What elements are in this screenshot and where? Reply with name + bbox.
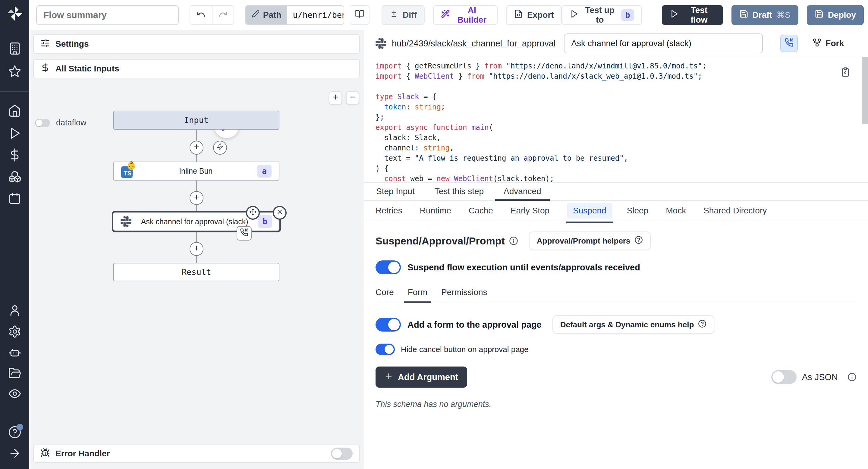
path-control[interactable]: Path u/henri/ben [245,5,344,25]
code-scrollbar-thumb[interactable] [862,57,868,124]
expand-rail-arrow-icon[interactable] [8,447,22,460]
bun-emoji-icon: 👶 [127,162,136,169]
file-export-icon [514,9,523,21]
plus-icon [193,244,200,254]
approval-prompt-helpers-label: Approval/Prompt helpers [537,236,630,246]
schedules-calendar-icon[interactable] [8,192,22,205]
folders-icon[interactable] [8,367,22,380]
insert-step-button[interactable] [190,191,204,205]
flow-settings-label: Settings [56,39,89,49]
help-icon[interactable] [8,426,22,439]
tab-runtime[interactable]: Runtime [420,206,451,216]
redo-button[interactable] [212,6,234,24]
variables-dollar-icon[interactable] [8,148,22,162]
workspace-icon[interactable] [8,42,22,55]
export-button[interactable]: Export [506,5,562,25]
as-json-toggle[interactable] [771,370,797,384]
plus-icon [193,143,200,153]
code-editor[interactable]: import { getResumeUrls } from "https://d… [364,57,868,182]
flow-summary-input[interactable] [36,5,179,25]
hide-cancel-label: Hide cancel button on approval page [401,345,529,354]
step-title-input[interactable] [564,33,763,53]
error-handler-toggle[interactable] [331,447,352,460]
all-static-inputs-row[interactable]: All Static Inputs [33,59,360,79]
flow-node-inline-bun[interactable]: TS👶 Inline Bun a [113,162,279,181]
copy-code-button[interactable] [840,67,850,79]
info-icon[interactable] [509,236,518,245]
default-args-help-button[interactable]: Default args & Dynamic enums help [553,315,715,334]
tab-early-stop[interactable]: Early Stop [510,206,550,216]
step-id-badge-a: a [257,165,272,178]
diff-button[interactable]: Diff [381,5,425,25]
undo-button[interactable] [190,6,212,24]
add-argument-button[interactable]: Add Argument [375,367,467,387]
test-up-to-button[interactable]: Test up tob [562,5,642,25]
runs-play-icon[interactable] [8,127,22,140]
tab-cache[interactable]: Cache [469,206,493,216]
ai-builder-button[interactable]: AI Builder [433,5,498,25]
tab-mock[interactable]: Mock [666,206,686,216]
save-icon [815,9,824,21]
test-flow-button[interactable]: Test flow [662,5,723,25]
hub-script-path: hub/2439/slack/ask_channel_for_approval [392,39,555,49]
sliders-icon [40,38,50,50]
info-icon[interactable] [847,373,857,382]
flow-node-result[interactable]: Result [113,263,279,281]
trigger-zap-button[interactable] [213,141,227,155]
fork-label: Fork [826,39,844,48]
add-form-toggle[interactable] [375,318,401,332]
subtab-form[interactable]: Form [408,287,427,297]
insert-step-button[interactable] [190,141,204,155]
move-node-handle[interactable] [246,206,260,220]
typescript-bun-icon: TS👶 [121,164,134,178]
insert-step-button[interactable] [190,242,204,256]
close-icon [276,208,283,218]
docs-button[interactable] [350,5,370,25]
deploy-label: Deploy [828,10,856,20]
zoom-in-button[interactable] [329,91,342,104]
minus-icon [349,93,356,103]
test-up-to-label: Test up to [583,5,617,25]
zoom-out-button[interactable] [346,91,359,104]
suspend-phone-badge[interactable] [237,226,252,241]
settings-gear-icon[interactable] [8,325,22,338]
suspend-flow-toggle[interactable] [375,260,401,274]
tab-step-input[interactable]: Step Input [375,183,415,200]
workers-bot-icon[interactable] [8,346,22,359]
favorites-star-icon[interactable] [8,65,22,78]
tab-test-this-step[interactable]: Test this step [434,183,484,200]
resources-boxes-icon[interactable] [8,170,22,183]
help-circle-icon [698,319,707,330]
hide-cancel-toggle[interactable] [375,344,395,355]
home-icon[interactable] [8,104,22,117]
tab-retries[interactable]: Retries [375,206,402,216]
delete-node-button[interactable] [273,206,287,220]
flow-settings-row[interactable]: Settings [33,34,360,54]
test-flow-label: Test flow [683,5,715,25]
tab-shared-directory[interactable]: Shared Directory [704,206,767,216]
suspend-flow-toggle-label: Suspend flow execution until events/appr… [407,262,640,273]
dataflow-label: dataflow [56,118,87,127]
path-value: u/henri/ben [287,6,344,24]
flow-node-input[interactable]: Input [113,111,279,130]
fork-button[interactable]: Fork [812,38,844,50]
suspend-enabled-button[interactable] [780,35,798,52]
dataflow-toggle-row: dataflow [35,118,87,127]
error-handler-row[interactable]: Error Handler [33,445,360,463]
subtab-core[interactable]: Core [375,287,394,297]
approval-prompt-helpers-button[interactable]: Approval/Prompt helpers [529,231,651,250]
tab-sleep[interactable]: Sleep [627,206,649,216]
windmill-logo-icon[interactable] [6,5,23,22]
users-icon[interactable] [8,304,22,317]
deploy-button[interactable]: Deploy [807,5,864,25]
inline-bun-title: Inline Bun [141,167,251,176]
tab-suspend[interactable]: Suspend [567,203,613,219]
audit-eye-icon[interactable] [8,387,22,400]
dataflow-toggle[interactable] [35,119,50,127]
draft-button[interactable]: Draft⌘S [732,5,798,25]
tab-advanced[interactable]: Advanced [503,183,542,200]
step-id-badge-b: b [258,215,272,228]
flow-graph-panel: Settings All Static Inputs dataflow Inpu… [29,30,364,469]
path-edit-segment[interactable]: Path [246,6,287,24]
subtab-permissions[interactable]: Permissions [441,287,487,297]
